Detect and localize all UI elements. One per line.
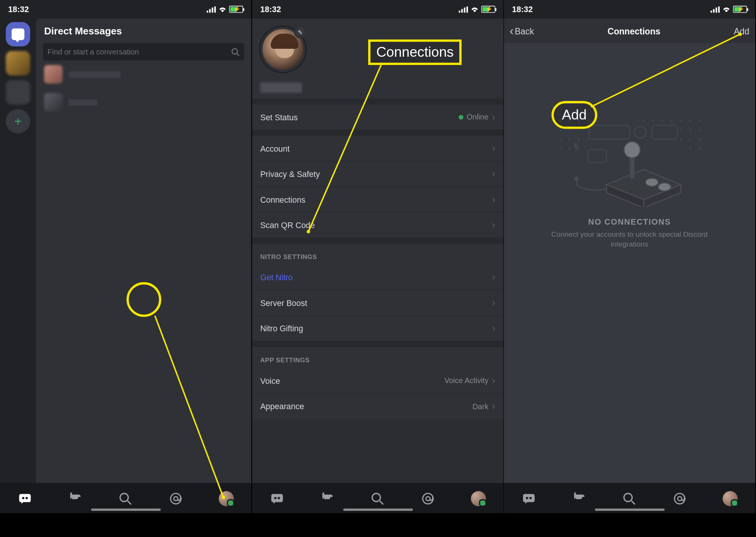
empty-state: NO CONNECTIONS Connect your accounts to …: [504, 43, 755, 483]
row-server-boost[interactable]: Server Boost›: [252, 290, 503, 316]
svg-point-52: [568, 138, 570, 141]
tab-profile[interactable]: [720, 488, 741, 509]
cellular-icon: [459, 6, 468, 12]
online-dot-icon: [459, 115, 463, 119]
dm-home-button[interactable]: [6, 22, 30, 46]
row-nitro-gifting[interactable]: Nitro Gifting›: [252, 316, 503, 341]
svg-rect-16: [459, 10, 460, 12]
svg-marker-21: [274, 501, 277, 504]
svg-point-72: [645, 178, 658, 186]
discord-icon: [18, 492, 32, 504]
server-avatar[interactable]: [6, 80, 30, 104]
svg-point-39: [643, 120, 645, 122]
tab-profile[interactable]: [216, 488, 237, 509]
tab-friends[interactable]: [65, 488, 86, 509]
svg-point-9: [26, 497, 28, 499]
row-account[interactable]: Account›: [252, 136, 503, 161]
svg-point-62: [698, 147, 700, 150]
svg-point-48: [680, 129, 682, 131]
home-indicator[interactable]: [595, 509, 664, 511]
svg-point-61: [689, 147, 691, 150]
svg-point-53: [578, 138, 580, 141]
profile-avatar-icon: [218, 491, 234, 506]
svg-point-26: [423, 493, 433, 504]
svg-rect-17: [461, 9, 463, 12]
row-privacy-safety[interactable]: Privacy & Safety›: [252, 161, 503, 187]
server-avatar[interactable]: [6, 51, 30, 75]
empty-illustration: [548, 108, 711, 207]
home-indicator[interactable]: [343, 509, 412, 511]
row-appearance[interactable]: AppearanceDark›: [252, 394, 503, 419]
chevron-right-icon: ›: [492, 111, 495, 123]
row-connections[interactable]: Connections›: [252, 187, 503, 213]
dm-username: [68, 99, 98, 106]
chevron-right-icon: ›: [492, 297, 495, 309]
svg-point-24: [372, 493, 380, 501]
svg-point-10: [120, 493, 128, 501]
svg-point-44: [689, 120, 691, 122]
edit-avatar-button[interactable]: ✎: [294, 26, 307, 39]
row-get-nitro[interactable]: Get Nitro›: [252, 265, 503, 290]
svg-rect-63: [589, 126, 629, 140]
status-time: 18:32: [8, 5, 29, 14]
dm-search-input[interactable]: Find or start a conversation: [43, 43, 245, 61]
svg-point-81: [675, 493, 685, 504]
svg-rect-0: [206, 10, 208, 12]
add-server-button[interactable]: +: [6, 109, 30, 133]
svg-point-64: [634, 127, 646, 138]
svg-point-41: [661, 120, 663, 122]
row-set-status[interactable]: Set StatusOnline›: [252, 104, 503, 130]
svg-rect-32: [716, 7, 717, 12]
status-indicators: ⚡: [206, 6, 243, 12]
tab-mentions[interactable]: [166, 488, 186, 509]
svg-rect-20: [271, 494, 283, 502]
svg-rect-66: [588, 150, 606, 163]
speech-bubble-icon: [12, 28, 25, 40]
svg-rect-30: [711, 10, 712, 12]
tab-home[interactable]: [519, 488, 539, 509]
tab-home[interactable]: [266, 488, 287, 509]
home-indicator[interactable]: [91, 509, 160, 511]
svg-point-49: [689, 129, 691, 131]
dm-title: Direct Messages: [44, 26, 245, 37]
svg-point-34: [559, 120, 561, 122]
cellular-icon: [206, 6, 216, 12]
svg-point-82: [678, 496, 682, 500]
server-rail: +: [0, 19, 36, 483]
screen-user-settings: 18:32 ⚡ ✎ Set StatusOnline› Account› Pri…: [252, 0, 503, 513]
status-bar: 18:32 ⚡: [504, 0, 755, 19]
svg-point-56: [680, 138, 682, 141]
status-time: 18:32: [512, 5, 533, 14]
row-scan-qr[interactable]: Scan QR Code›: [252, 213, 503, 238]
chevron-right-icon: ›: [492, 272, 495, 283]
svg-point-60: [568, 147, 570, 150]
status-bar: 18:32 ⚡: [252, 0, 503, 19]
tab-friends[interactable]: [317, 488, 338, 509]
dm-item[interactable]: [43, 88, 245, 116]
tab-mentions[interactable]: [669, 488, 690, 509]
profile-avatar-icon: [722, 491, 737, 506]
cellular-icon: [711, 6, 720, 12]
row-voice[interactable]: VoiceVoice Activity›: [252, 368, 503, 394]
dm-username: [68, 71, 121, 78]
battery-icon: ⚡: [229, 6, 243, 12]
tab-search[interactable]: [115, 488, 136, 509]
status-time: 18:32: [260, 5, 281, 14]
friends-icon: [68, 492, 82, 505]
tab-search[interactable]: [619, 488, 640, 509]
dm-item[interactable]: [43, 61, 245, 88]
back-button[interactable]: ‹Back: [510, 25, 534, 37]
tab-profile[interactable]: [468, 488, 488, 509]
add-button[interactable]: Add: [734, 26, 749, 36]
chevron-right-icon: ›: [492, 219, 495, 231]
tab-home[interactable]: [15, 488, 36, 509]
svg-point-4: [232, 48, 237, 54]
tab-friends[interactable]: [569, 488, 590, 509]
svg-point-47: [568, 129, 570, 131]
svg-point-38: [596, 120, 598, 122]
dm-panel: Direct Messages Find or start a conversa…: [36, 19, 251, 483]
tab-search[interactable]: [367, 488, 388, 509]
tab-mentions[interactable]: [417, 488, 438, 509]
chevron-right-icon: ›: [492, 194, 495, 205]
profile-avatar-icon: [471, 491, 486, 506]
